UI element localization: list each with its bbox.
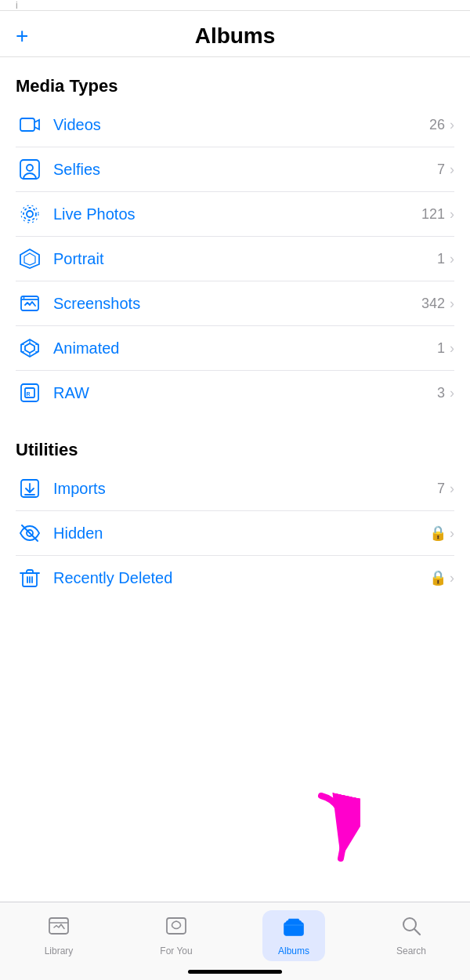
list-item-screenshots[interactable]: Screenshots 342 ›	[16, 281, 454, 326]
videos-label: Videos	[53, 116, 429, 134]
selfies-chevron: ›	[450, 162, 454, 178]
recently-deleted-label: Recently Deleted	[53, 569, 429, 587]
utilities-heading: Utilities	[16, 440, 454, 460]
svg-rect-27	[284, 923, 303, 934]
raw-label: RAW	[53, 384, 437, 402]
live-photos-count: 121	[421, 206, 445, 223]
list-item-selfies[interactable]: Selfies 7 ›	[16, 147, 454, 192]
live-photos-chevron: ›	[450, 206, 454, 223]
header: + Albums	[0, 11, 470, 56]
videos-count: 26	[429, 117, 445, 133]
page-title: Albums	[195, 24, 276, 49]
selfies-icon	[16, 158, 44, 180]
search-icon	[400, 915, 422, 942]
screenshots-icon	[16, 292, 44, 314]
imports-icon	[16, 477, 44, 499]
videos-icon	[16, 114, 44, 136]
media-types-list: Videos 26 › Selfies 7 ›	[16, 103, 454, 415]
svg-rect-0	[20, 118, 34, 131]
tab-library-label: Library	[45, 946, 74, 956]
media-types-section: Media Types Videos 26 › Sel	[0, 57, 470, 421]
svg-point-7	[24, 297, 25, 299]
tab-for-you[interactable]: For You	[145, 910, 208, 961]
raw-icon: R	[16, 382, 44, 404]
list-item-imports[interactable]: Imports 7 ›	[16, 466, 454, 511]
svg-rect-28	[290, 920, 298, 922]
recently-deleted-lock-icon: 🔒	[429, 569, 446, 586]
add-button[interactable]: +	[16, 25, 28, 47]
live-photos-label: Live Photos	[53, 205, 421, 223]
raw-chevron: ›	[450, 385, 454, 401]
tab-search-label: Search	[396, 946, 426, 956]
screenshots-count: 342	[421, 296, 445, 312]
svg-rect-21	[49, 918, 68, 934]
list-item-recently-deleted[interactable]: Recently Deleted 🔒 ›	[16, 556, 454, 600]
svg-rect-22	[167, 918, 186, 934]
arrow-annotation	[298, 788, 360, 885]
hidden-lock-icon: 🔒	[429, 524, 446, 542]
imports-label: Imports	[53, 480, 437, 498]
animated-count: 1	[437, 340, 445, 357]
list-item-live-photos[interactable]: Live Photos 121 ›	[16, 192, 454, 237]
videos-chevron: ›	[450, 117, 454, 133]
recently-deleted-icon	[16, 567, 44, 589]
tab-bar: Library For You Albums	[0, 902, 470, 980]
screenshots-chevron: ›	[450, 296, 454, 312]
list-item-portrait[interactable]: Portrait 1 ›	[16, 237, 454, 281]
selfies-label: Selfies	[53, 161, 437, 179]
selfies-count: 7	[437, 162, 445, 178]
portrait-chevron: ›	[450, 251, 454, 267]
hidden-label: Hidden	[53, 524, 429, 543]
portrait-label: Portrait	[53, 250, 437, 268]
library-icon	[48, 915, 70, 942]
svg-point-4	[24, 208, 36, 220]
portrait-count: 1	[437, 251, 445, 267]
svg-line-30	[414, 929, 420, 935]
list-item-hidden[interactable]: Hidden 🔒 ›	[16, 511, 454, 556]
scroll-stub: i	[0, 0, 470, 11]
live-photos-icon	[16, 203, 44, 225]
recently-deleted-chevron: ›	[450, 570, 454, 586]
animated-icon	[16, 337, 44, 359]
list-item-raw[interactable]: R RAW 3 ›	[16, 371, 454, 415]
hidden-icon	[16, 522, 44, 544]
tab-albums[interactable]: Albums	[262, 910, 325, 961]
for-you-icon	[165, 915, 187, 942]
albums-icon	[283, 915, 305, 942]
tab-for-you-label: For You	[160, 946, 192, 956]
raw-count: 3	[437, 385, 445, 401]
screenshots-label: Screenshots	[53, 295, 421, 313]
list-item-animated[interactable]: Animated 1 ›	[16, 326, 454, 371]
imports-chevron: ›	[450, 481, 454, 497]
list-item-videos[interactable]: Videos 26 ›	[16, 103, 454, 147]
svg-point-2	[27, 165, 33, 171]
svg-text:R: R	[27, 391, 31, 397]
portrait-icon	[16, 248, 44, 270]
utilities-section: Utilities Imports 7 ›	[0, 421, 470, 606]
animated-chevron: ›	[450, 340, 454, 357]
animated-label: Animated	[53, 339, 437, 358]
media-types-heading: Media Types	[16, 76, 454, 96]
tab-library[interactable]: Library	[27, 910, 90, 961]
imports-count: 7	[437, 481, 445, 497]
tab-search[interactable]: Search	[380, 910, 443, 961]
hidden-chevron: ›	[450, 525, 454, 542]
tab-albums-label: Albums	[278, 946, 309, 956]
svg-rect-1	[20, 160, 39, 179]
svg-point-3	[27, 211, 33, 217]
home-indicator	[188, 970, 282, 974]
utilities-list: Imports 7 › Hidden 🔒 ›	[16, 466, 454, 600]
